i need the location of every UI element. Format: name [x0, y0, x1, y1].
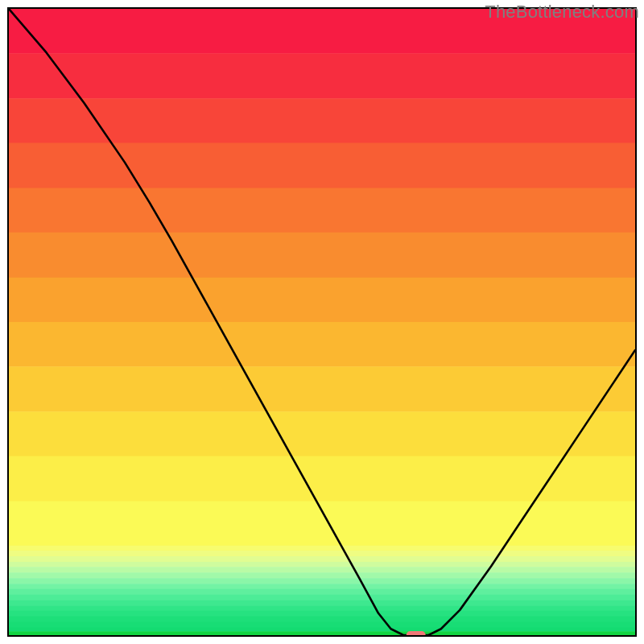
- svg-rect-9: [9, 411, 635, 456]
- svg-rect-15: [9, 562, 635, 568]
- svg-rect-2: [9, 98, 635, 143]
- svg-rect-28: [9, 631, 635, 635]
- chart-background: [9, 9, 635, 635]
- svg-rect-24: [9, 611, 635, 617]
- svg-rect-5: [9, 233, 635, 279]
- svg-rect-4: [9, 188, 635, 233]
- svg-rect-23: [9, 605, 635, 611]
- svg-rect-18: [9, 578, 635, 584]
- svg-rect-13: [9, 551, 635, 557]
- watermark-text: TheBottleneck.com: [485, 2, 639, 23]
- svg-rect-22: [9, 600, 635, 606]
- svg-rect-12: [9, 546, 635, 551]
- svg-rect-1: [9, 53, 635, 99]
- svg-rect-17: [9, 572, 635, 579]
- svg-rect-26: [9, 622, 635, 629]
- svg-rect-6: [9, 278, 635, 323]
- svg-rect-10: [9, 456, 635, 502]
- svg-rect-3: [9, 142, 635, 188]
- svg-rect-16: [9, 567, 635, 573]
- svg-rect-25: [9, 617, 635, 623]
- svg-rect-21: [9, 594, 635, 601]
- svg-rect-20: [9, 588, 635, 595]
- svg-rect-11: [9, 502, 635, 547]
- bottleneck-chart: TheBottleneck.com: [0, 0, 644, 644]
- svg-rect-14: [9, 556, 635, 563]
- svg-rect-27: [9, 628, 635, 632]
- svg-rect-7: [9, 322, 635, 367]
- svg-rect-8: [9, 366, 635, 412]
- svg-rect-19: [9, 584, 635, 589]
